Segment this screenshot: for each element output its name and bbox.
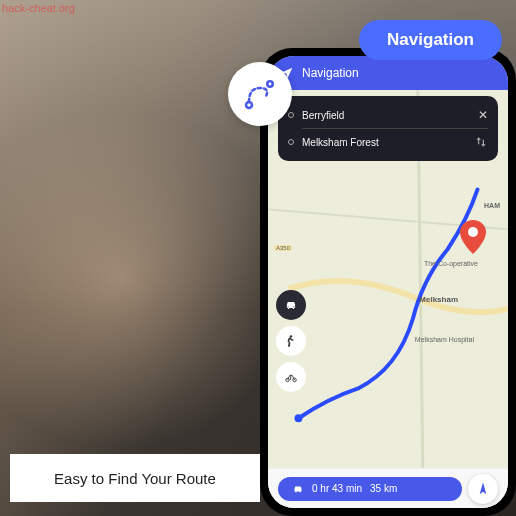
compass-icon (475, 481, 491, 497)
mode-walk-button[interactable] (276, 326, 306, 356)
transport-mode-rail (276, 290, 306, 392)
map-label-town: Melksham (419, 295, 458, 304)
car-icon (284, 298, 298, 312)
destination-bullet-icon (288, 139, 294, 145)
watermark-text: hack-cheat.org (2, 2, 75, 14)
phone-frame: Navigation Melksham Melksham Hospital Th… (260, 48, 516, 516)
map-label-coop: The Co-operative (424, 260, 478, 267)
search-divider (302, 128, 488, 129)
navigation-pill: Navigation (359, 20, 502, 60)
route-search-box: ✕ (278, 96, 498, 161)
phone-screen: Navigation Melksham Melksham Hospital Th… (268, 56, 508, 508)
bike-icon (284, 370, 298, 384)
route-badge-icon (228, 62, 292, 126)
route-info-pill[interactable]: 0 hr 43 min 35 km (278, 477, 462, 501)
map-label-north: HAM (484, 202, 500, 209)
origin-input[interactable] (302, 110, 470, 121)
car-icon (292, 483, 304, 495)
svg-point-2 (269, 83, 272, 86)
route-time: 0 hr 43 min (312, 483, 362, 494)
svg-point-4 (294, 414, 302, 422)
app-header: Navigation (268, 56, 508, 90)
navigation-pill-label: Navigation (387, 30, 474, 49)
destination-pin-icon (460, 220, 486, 258)
origin-bullet-icon (288, 112, 294, 118)
map-label-hospital: Melksham Hospital (415, 336, 474, 343)
app-title: Navigation (302, 66, 359, 80)
walk-icon (284, 334, 298, 348)
bottom-info-bar: 0 hr 43 min 35 km (268, 468, 508, 508)
destination-input[interactable] (302, 137, 466, 148)
mode-car-button[interactable] (276, 290, 306, 320)
clear-origin-button[interactable]: ✕ (478, 108, 488, 122)
compass-button[interactable] (468, 474, 498, 504)
mode-bike-button[interactable] (276, 362, 306, 392)
tagline-bar: Easy to Find Your Route (10, 454, 260, 502)
tagline-text: Easy to Find Your Route (54, 470, 216, 487)
map-label-road1: A350 (274, 245, 292, 251)
swap-icon[interactable] (474, 135, 488, 149)
route-distance: 35 km (370, 483, 397, 494)
svg-point-5 (468, 227, 478, 237)
